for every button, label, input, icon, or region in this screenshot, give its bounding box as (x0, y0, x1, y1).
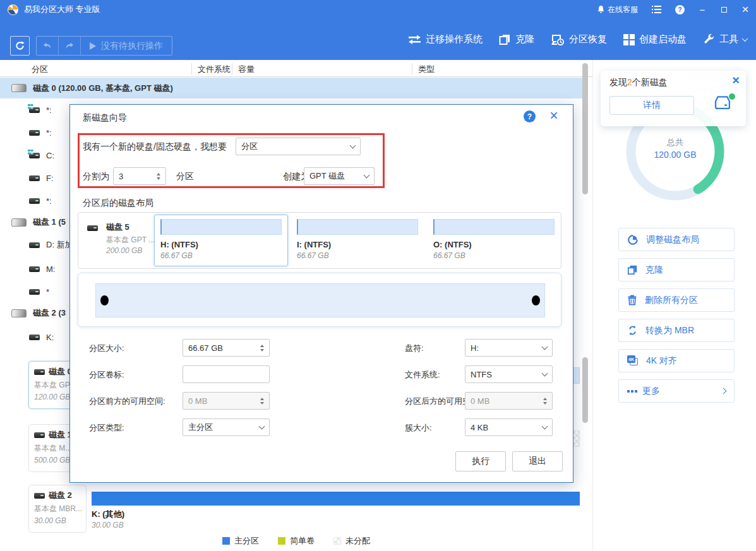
stepper-arrows-icon (543, 398, 547, 405)
preview-disk-size: 200.00 GB (106, 246, 142, 255)
tree-item-disk2[interactable]: 磁盘 2 (3 (0, 304, 66, 323)
disk-style-select[interactable]: GPT 磁盘 (304, 167, 375, 185)
bootable-media-button[interactable]: 创建启动盘 (623, 33, 687, 45)
clone-disk-button[interactable]: 克隆 (618, 258, 735, 281)
legend-simple-swatch (278, 537, 285, 545)
column-filesystem[interactable]: 文件系统 (198, 64, 231, 75)
pie-refresh-icon (627, 234, 639, 246)
undo-button[interactable] (37, 37, 59, 55)
table-row-disk0-selected[interactable]: 磁盘 0 (120.00 GB, 基本盘, GPT 磁盘) (0, 78, 586, 98)
redo-button[interactable] (59, 37, 81, 55)
close-button[interactable]: × (735, 0, 756, 19)
volume-input[interactable] (183, 365, 270, 383)
intro-label: 我有一个新的硬盘/固态硬盘，我想要 (83, 141, 227, 153)
space-before-label: 分区前方的可用空间: (89, 396, 165, 407)
adjust-layout-button[interactable]: 调整磁盘布局 (618, 228, 735, 251)
dialog-close-icon[interactable]: × (546, 107, 562, 124)
new-disk-wizard-dialog: 新磁盘向导 ? × 我有一个新的硬盘/固态硬盘，我想要 分区 分割为 3 分区 … (69, 104, 573, 483)
disk-icon (34, 493, 45, 499)
4k-icon: 4K (627, 355, 639, 366)
slider-handle-left[interactable] (100, 295, 109, 305)
legend-unallocated-swatch (333, 537, 341, 545)
column-type[interactable]: 类型 (418, 64, 435, 75)
legend-unallocated: 未分配 (333, 535, 370, 547)
partition-recovery-button[interactable]: 分区恢复 (551, 33, 607, 45)
pending-operations-group: 没有待执行操作 (36, 36, 172, 56)
tree-item-part[interactable]: *: (0, 191, 52, 210)
tree-item-part[interactable]: *: (0, 123, 52, 142)
play-icon (90, 42, 96, 50)
column-partition[interactable]: 分区 (32, 64, 48, 75)
split-label: 分割为 (83, 171, 109, 182)
split-count-stepper[interactable]: 3 (113, 167, 166, 185)
partition-cell-i[interactable]: I: (NTFS) 66.67 GB (291, 215, 424, 266)
stepper-arrows-icon[interactable] (260, 345, 264, 352)
clone-button[interactable]: 克隆 (499, 33, 534, 45)
disk2-partition-bar[interactable] (92, 492, 580, 506)
disk-layout-preview: 磁盘 5 基本盘 GPT ... 200.00 GB H: (NTFS) 66.… (78, 212, 561, 269)
column-capacity[interactable]: 容量 (238, 64, 255, 75)
slider-track[interactable] (95, 283, 545, 317)
legend: 主分区 简单卷 未分配 (0, 535, 592, 547)
fs-label: 文件系统: (405, 369, 440, 381)
partition-type-select[interactable]: 主分区 (183, 418, 270, 436)
delete-all-partitions-button[interactable]: 删除所有分区 (618, 288, 735, 312)
maximize-button[interactable] (713, 0, 735, 19)
app-title: 易我分区大师 专业版 (24, 4, 100, 15)
action-select[interactable]: 分区 (236, 138, 361, 155)
new-disk-icon (712, 93, 737, 117)
chevron-down-icon (259, 424, 265, 430)
cluster-label: 簇大小: (405, 422, 432, 434)
stepper-arrows-icon[interactable] (157, 173, 160, 180)
space-before-stepper[interactable]: 0 MB (183, 392, 270, 410)
drive-letter-select[interactable]: H: (465, 339, 553, 357)
notification-close-icon[interactable]: × (732, 73, 740, 88)
execute-button[interactable]: 执行 (455, 451, 506, 471)
tree-item-disk1[interactable]: 磁盘 1 (5 (0, 213, 66, 232)
cluster-size-select[interactable]: 4 KB (465, 418, 553, 436)
online-service-button[interactable]: 在线客服 (590, 0, 645, 19)
tools-button[interactable]: 工具 (703, 33, 747, 45)
tree-item-part[interactable]: M: (0, 259, 55, 278)
dialog-help-icon[interactable]: ? (524, 110, 536, 122)
partition-recovery-icon (551, 33, 565, 45)
slider-handle-right[interactable] (532, 295, 540, 305)
convert-to-mbr-button[interactable]: 转换为 MBR (618, 319, 735, 342)
physical-disk-icon (11, 84, 27, 92)
help-icon[interactable]: ? (668, 0, 692, 19)
disk-card-2[interactable]: 磁盘 2 基本盘 MBR... 30.00 GB (28, 485, 87, 533)
app-logo-icon (8, 4, 18, 15)
notification-title: 发现2个新磁盘 (609, 77, 668, 88)
tree-item-part[interactable]: *: (0, 100, 52, 119)
filesystem-select[interactable]: NTFS (465, 365, 553, 383)
preview-disk-meta: 基本盘 GPT ... (106, 235, 155, 246)
details-button[interactable]: 详情 (609, 96, 694, 115)
refresh-button[interactable] (10, 36, 30, 56)
app-window: 易我分区大师 专业版 在线客服 ? − × (0, 0, 756, 551)
more-button[interactable]: 更多 (618, 379, 735, 403)
pending-operations-button[interactable]: 没有待执行操作 (81, 40, 172, 52)
bootable-media-icon (623, 34, 635, 45)
exit-button[interactable]: 退出 (512, 451, 563, 471)
chevron-down-icon (542, 344, 548, 350)
minimize-button[interactable]: − (692, 0, 713, 19)
space-after-stepper[interactable]: 0 MB (465, 392, 553, 410)
tree-item-part[interactable]: F: (0, 169, 54, 187)
scrollbar-thumb-bottom[interactable] (582, 357, 588, 423)
partition-cell-h[interactable]: H: (NTFS) 66.67 GB (154, 215, 288, 266)
disk2-partition-size: 30.00 GB (92, 521, 580, 530)
new-disk-notification: 发现2个新磁盘 × 详情 (601, 71, 746, 126)
task-list-icon[interactable] (645, 0, 668, 19)
tree-item-part[interactable]: C: (0, 146, 54, 165)
convert-icon (627, 325, 638, 336)
tree-item-part[interactable]: * (0, 282, 49, 301)
scrollbar-thumb-top[interactable] (582, 63, 588, 194)
donut-label: 总共 (621, 137, 729, 148)
tree-item-part[interactable]: D: 新加 (0, 235, 73, 254)
size-stepper[interactable]: 66.67 GB (183, 339, 270, 357)
migrate-os-button[interactable]: 迁移操作系统 (408, 33, 483, 45)
toolbar-actions: 迁移操作系统 克隆 分区恢复 创建启动盘 (408, 19, 747, 60)
partition-cell-o[interactable]: O: (NTFS) 66.67 GB (427, 215, 561, 266)
4k-align-button[interactable]: 4K 4K 对齐 (618, 349, 735, 372)
tree-item-part[interactable]: K: (0, 328, 54, 347)
